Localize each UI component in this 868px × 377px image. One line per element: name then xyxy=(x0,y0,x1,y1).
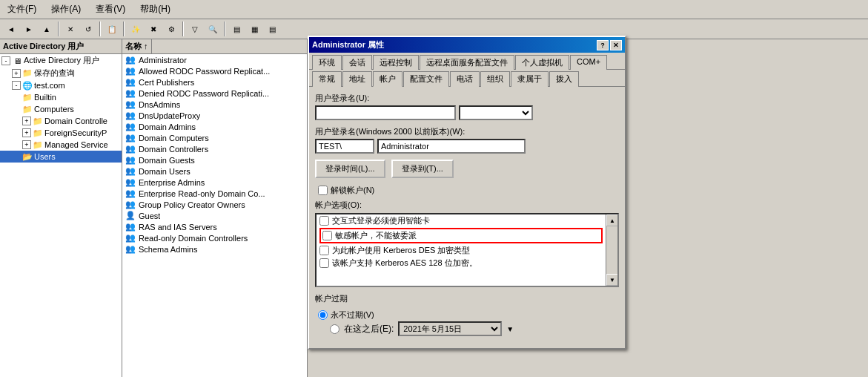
list-item[interactable]: 👥Read-only Domain Controllers xyxy=(122,232,307,243)
kerberos-des-checkbox[interactable] xyxy=(319,246,329,255)
list-item[interactable]: 👥Domain Controllers xyxy=(122,143,307,154)
list-item[interactable]: 👥Domain Admins xyxy=(122,121,307,132)
smartcard-checkbox[interactable] xyxy=(319,216,329,226)
expand-saved[interactable]: + xyxy=(12,69,21,78)
menu-view[interactable]: 查看(V) xyxy=(91,1,130,17)
toolbar-up[interactable]: ▲ xyxy=(39,21,55,37)
list-item[interactable]: 👥DnsAdmins xyxy=(122,99,307,110)
expiry-dropdown-arrow[interactable]: ▼ xyxy=(506,325,514,333)
account-options-listbox[interactable]: 交互式登录必须使用智能卡 敏感帐户，不能被委派 为此帐户使用 Kerberos … xyxy=(315,213,619,287)
never-expires-row[interactable]: 永不过期(V) xyxy=(315,309,619,321)
option-kerberos-aes[interactable]: 该帐户支持 Kerberos AES 128 位加密。 xyxy=(317,257,606,269)
tab-environment[interactable]: 环境 xyxy=(312,55,342,70)
menu-file[interactable]: 文件(F) xyxy=(3,1,41,17)
list-item[interactable]: 👥Cert Publishers xyxy=(122,76,307,88)
tree-item-testcom[interactable]: - 🌐 test.com xyxy=(0,79,122,91)
tab-session[interactable]: 会话 xyxy=(342,55,372,70)
toolbar-view3[interactable]: ▤ xyxy=(264,21,280,37)
tab-member-of[interactable]: 隶属于 xyxy=(511,71,549,87)
list-col-name[interactable]: 名称 ↑ xyxy=(122,39,152,53)
toolbar-properties[interactable]: ⚙ xyxy=(163,21,179,37)
legacy-prefix-input[interactable] xyxy=(315,139,374,154)
list-item[interactable]: 👥Allowed RODC Password Replicat... xyxy=(122,65,307,76)
option-kerberos-des[interactable]: 为此帐户使用 Kerberos DES 加密类型 xyxy=(317,244,606,257)
expand-managed[interactable]: + xyxy=(22,140,31,149)
list-item[interactable]: 👥Domain Guests xyxy=(122,154,307,165)
list-item[interactable]: 👥Domain Computers xyxy=(122,132,307,143)
tab-general[interactable]: 常规 xyxy=(312,71,342,87)
dialog-close-btn[interactable]: ✕ xyxy=(610,40,622,50)
radio-group: 永不过期(V) 在这之后(E): 2021年 5月15日 ▼ xyxy=(315,309,619,336)
list-item[interactable]: 👥DnsUpdateProxy xyxy=(122,110,307,121)
tab-profile[interactable]: 配置文件 xyxy=(403,71,449,87)
sensitive-checkbox[interactable] xyxy=(322,231,332,240)
tree-label-testcom: test.com xyxy=(34,81,65,90)
unlock-row: 解锁帐户(N) xyxy=(315,184,619,197)
list-item[interactable]: 👥Group Policy Creator Owners xyxy=(122,199,307,210)
tab-organization[interactable]: 组织 xyxy=(480,71,510,87)
tree-item-dc[interactable]: + Domain Controlle xyxy=(0,115,122,127)
tab-virtual-machine[interactable]: 个人虚拟机 xyxy=(515,55,569,70)
username-domain-select[interactable] xyxy=(459,105,533,120)
tree-item-root[interactable]: - 🖥 Active Directory 用户 xyxy=(0,54,122,67)
list-item[interactable]: 👤Guest xyxy=(122,210,307,221)
toolbar-delete[interactable]: ✖ xyxy=(145,21,162,37)
tree-item-saved[interactable]: + 保存的查询 xyxy=(0,67,122,79)
tab-remote-desktop[interactable]: 远程桌面服务配置文件 xyxy=(420,55,514,70)
listbox-scrollbar[interactable]: ▲ ▼ xyxy=(606,214,617,286)
menu-action[interactable]: 操作(A) xyxy=(47,1,85,17)
menu-help[interactable]: 帮助(H) xyxy=(136,1,175,17)
listbox-items-area: 交互式登录必须使用智能卡 敏感帐户，不能被委派 为此帐户使用 Kerberos … xyxy=(317,214,617,269)
list-item[interactable]: 👥Schema Admins xyxy=(122,243,307,255)
list-item[interactable]: 👥Administrator xyxy=(122,54,307,65)
tree-item-computers[interactable]: Computers xyxy=(0,103,122,115)
kerberos-aes-checkbox[interactable] xyxy=(319,258,329,268)
tab-com[interactable]: COM+ xyxy=(570,55,607,70)
username-input[interactable] xyxy=(315,105,456,120)
expand-dc[interactable]: + xyxy=(22,117,31,125)
tab-phone[interactable]: 电话 xyxy=(450,71,480,87)
tab-row-2: 常规 地址 帐户 配置文件 电话 组织 隶属于 拨入 xyxy=(309,69,625,87)
list-item[interactable]: 👥Enterprise Read-only Domain Co... xyxy=(122,188,307,199)
tree-item-managed[interactable]: + Managed Service xyxy=(0,139,122,151)
list-item[interactable]: 👥Domain Users xyxy=(122,165,307,177)
toolbar-refresh[interactable]: ↺ xyxy=(80,21,96,37)
list-item[interactable]: 👥Enterprise Admins xyxy=(122,177,307,188)
expiry-date-row: 在这之后(E): 2021年 5月15日 ▼ xyxy=(315,321,619,336)
list-item[interactable]: 👥RAS and IAS Servers xyxy=(122,221,307,232)
unlock-checkbox[interactable] xyxy=(318,186,328,195)
tree-item-foreignsec[interactable]: + ForeignSecurityP xyxy=(0,127,122,139)
legacy-username-row xyxy=(315,139,619,154)
legacy-value-input[interactable] xyxy=(377,139,526,154)
scrollbar-up[interactable]: ▲ xyxy=(606,214,617,226)
tab-account[interactable]: 帐户 xyxy=(373,71,402,87)
expiry-date-select[interactable]: 2021年 5月15日 xyxy=(398,321,502,336)
toolbar-view2[interactable]: ▦ xyxy=(246,21,262,37)
tab-dialin[interactable]: 拨入 xyxy=(549,71,579,87)
toolbar-find[interactable]: 🔍 xyxy=(205,21,221,37)
toolbar-stop[interactable]: ✕ xyxy=(62,21,79,37)
toolbar-back[interactable]: ◄ xyxy=(3,21,19,37)
username-group: 用户登录名(U): xyxy=(315,93,619,120)
toolbar-export[interactable]: 📋 xyxy=(104,21,120,37)
expand-root[interactable]: - xyxy=(1,56,10,65)
tree-item-users[interactable]: Users xyxy=(0,151,122,163)
toolbar-new[interactable]: ✨ xyxy=(127,21,144,37)
tree-item-builtin[interactable]: Builtin xyxy=(0,91,122,103)
option-sensitive[interactable]: 敏感帐户，不能被委派 xyxy=(317,227,606,244)
logon-to-button[interactable]: 登录到(T)... xyxy=(391,160,454,178)
toolbar-forward[interactable]: ► xyxy=(21,21,37,37)
logon-hours-button[interactable]: 登录时间(L)... xyxy=(315,160,385,178)
option-smartcard[interactable]: 交互式登录必须使用智能卡 xyxy=(317,214,606,227)
tab-address[interactable]: 地址 xyxy=(342,71,372,87)
tab-remote-control[interactable]: 远程控制 xyxy=(373,55,419,70)
expires-radio[interactable] xyxy=(330,324,339,334)
never-expires-radio[interactable] xyxy=(318,310,328,320)
list-item[interactable]: 👥Denied RODC Password Replicati... xyxy=(122,88,307,99)
expand-foreignsec[interactable]: + xyxy=(22,128,31,137)
toolbar-view1[interactable]: ▤ xyxy=(228,21,245,37)
expand-testcom[interactable]: - xyxy=(12,81,21,90)
toolbar-filter[interactable]: ▽ xyxy=(187,21,203,37)
dialog-help-btn[interactable]: ? xyxy=(597,40,609,50)
scrollbar-down[interactable]: ▼ xyxy=(606,274,617,286)
